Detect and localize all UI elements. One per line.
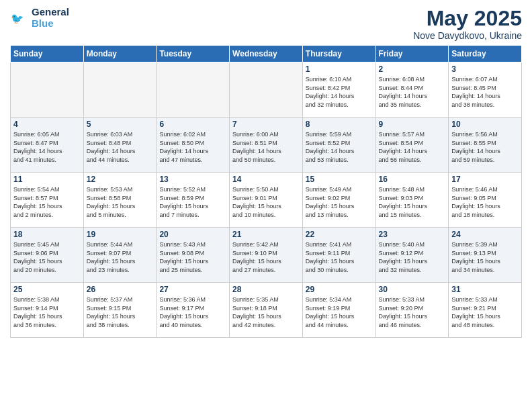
day-info: Sunrise: 6:08 AM Sunset: 8:44 PM Dayligh… [379, 75, 446, 109]
day-info: Sunrise: 6:02 AM Sunset: 8:50 PM Dayligh… [159, 130, 226, 164]
weekday-header-saturday: Saturday [449, 46, 522, 62]
day-number: 20 [159, 230, 226, 239]
weekday-header-tuesday: Tuesday [157, 46, 230, 62]
day-number: 15 [306, 175, 373, 184]
logo: 🐦 General Blue [10, 7, 69, 29]
day-info: Sunrise: 5:59 AM Sunset: 8:52 PM Dayligh… [306, 130, 373, 164]
calendar-cell: 10Sunrise: 5:56 AM Sunset: 8:55 PM Dayli… [449, 118, 522, 173]
day-info: Sunrise: 5:39 AM Sunset: 9:13 PM Dayligh… [451, 240, 519, 274]
weekday-header-row: SundayMondayTuesdayWednesdayThursdayFrid… [11, 46, 522, 62]
calendar-week-5: 25Sunrise: 5:38 AM Sunset: 9:14 PM Dayli… [11, 283, 522, 338]
day-number: 29 [306, 285, 373, 294]
day-info: Sunrise: 5:40 AM Sunset: 9:12 PM Dayligh… [379, 240, 446, 274]
calendar-week-3: 11Sunrise: 5:54 AM Sunset: 8:57 PM Dayli… [11, 173, 522, 228]
day-number: 26 [87, 285, 154, 294]
calendar-cell: 20Sunrise: 5:43 AM Sunset: 9:08 PM Dayli… [157, 228, 230, 283]
day-number: 28 [232, 285, 300, 294]
calendar-cell: 19Sunrise: 5:44 AM Sunset: 9:07 PM Dayli… [83, 228, 157, 283]
day-number: 18 [13, 230, 81, 239]
header: 🐦 General Blue May 2025 Nove Davydkovo, … [10, 7, 522, 41]
calendar-cell [11, 62, 84, 118]
day-info: Sunrise: 5:33 AM Sunset: 9:21 PM Dayligh… [451, 295, 519, 329]
day-info: Sunrise: 6:05 AM Sunset: 8:47 PM Dayligh… [13, 130, 81, 164]
title-block: May 2025 Nove Davydkovo, Ukraine [413, 7, 522, 41]
weekday-header-sunday: Sunday [11, 46, 84, 62]
day-number: 10 [451, 120, 519, 129]
day-info: Sunrise: 6:00 AM Sunset: 8:51 PM Dayligh… [232, 130, 300, 164]
day-number: 9 [379, 120, 446, 129]
day-number: 24 [451, 230, 519, 239]
calendar-cell: 7Sunrise: 6:00 AM Sunset: 8:51 PM Daylig… [230, 118, 303, 173]
calendar-cell: 2Sunrise: 6:08 AM Sunset: 8:44 PM Daylig… [375, 62, 449, 118]
svg-text:🐦: 🐦 [11, 11, 24, 24]
day-info: Sunrise: 6:07 AM Sunset: 8:45 PM Dayligh… [451, 75, 519, 109]
day-info: Sunrise: 5:37 AM Sunset: 9:15 PM Dayligh… [87, 295, 154, 329]
day-number: 1 [306, 64, 373, 74]
calendar-cell [230, 62, 303, 118]
day-info: Sunrise: 5:41 AM Sunset: 9:11 PM Dayligh… [306, 240, 373, 274]
day-number: 6 [159, 120, 226, 129]
day-info: Sunrise: 5:54 AM Sunset: 8:57 PM Dayligh… [13, 185, 81, 219]
calendar-cell: 13Sunrise: 5:52 AM Sunset: 8:59 PM Dayli… [157, 173, 230, 228]
calendar-cell: 12Sunrise: 5:53 AM Sunset: 8:58 PM Dayli… [83, 173, 157, 228]
subtitle: Nove Davydkovo, Ukraine [413, 30, 522, 41]
day-number: 14 [232, 175, 300, 184]
calendar-cell: 30Sunrise: 5:33 AM Sunset: 9:20 PM Dayli… [375, 283, 449, 338]
calendar-cell: 3Sunrise: 6:07 AM Sunset: 8:45 PM Daylig… [449, 62, 522, 118]
calendar-cell [83, 62, 157, 118]
calendar-cell: 1Sunrise: 6:10 AM Sunset: 8:42 PM Daylig… [302, 62, 375, 118]
day-number: 22 [306, 230, 373, 239]
calendar-cell: 26Sunrise: 5:37 AM Sunset: 9:15 PM Dayli… [83, 283, 157, 338]
day-info: Sunrise: 5:35 AM Sunset: 9:18 PM Dayligh… [232, 295, 300, 329]
calendar-week-2: 4Sunrise: 6:05 AM Sunset: 8:47 PM Daylig… [11, 118, 522, 173]
calendar-cell: 27Sunrise: 5:36 AM Sunset: 9:17 PM Dayli… [157, 283, 230, 338]
calendar-cell: 15Sunrise: 5:49 AM Sunset: 9:02 PM Dayli… [302, 173, 375, 228]
calendar-cell: 11Sunrise: 5:54 AM Sunset: 8:57 PM Dayli… [11, 173, 84, 228]
day-info: Sunrise: 5:50 AM Sunset: 9:01 PM Dayligh… [232, 185, 300, 219]
day-number: 13 [159, 175, 226, 184]
day-number: 17 [451, 175, 519, 184]
day-number: 11 [13, 175, 81, 184]
day-info: Sunrise: 5:44 AM Sunset: 9:07 PM Dayligh… [87, 240, 154, 274]
calendar-week-4: 18Sunrise: 5:45 AM Sunset: 9:06 PM Dayli… [11, 228, 522, 283]
day-number: 3 [451, 64, 519, 74]
day-info: Sunrise: 5:46 AM Sunset: 9:05 PM Dayligh… [451, 185, 519, 219]
calendar-cell: 9Sunrise: 5:57 AM Sunset: 8:54 PM Daylig… [375, 118, 449, 173]
day-info: Sunrise: 5:43 AM Sunset: 9:08 PM Dayligh… [159, 240, 226, 274]
day-number: 25 [13, 285, 81, 294]
weekday-header-thursday: Thursday [302, 46, 375, 62]
calendar-cell: 6Sunrise: 6:02 AM Sunset: 8:50 PM Daylig… [157, 118, 230, 173]
calendar-cell: 24Sunrise: 5:39 AM Sunset: 9:13 PM Dayli… [449, 228, 522, 283]
calendar-cell: 29Sunrise: 5:34 AM Sunset: 9:19 PM Dayli… [302, 283, 375, 338]
day-info: Sunrise: 6:03 AM Sunset: 8:48 PM Dayligh… [87, 130, 154, 164]
day-number: 16 [379, 175, 446, 184]
calendar-cell: 16Sunrise: 5:48 AM Sunset: 9:03 PM Dayli… [375, 173, 449, 228]
logo-icon: 🐦 [10, 9, 29, 28]
weekday-header-friday: Friday [375, 46, 449, 62]
day-number: 4 [13, 120, 81, 129]
calendar-cell: 22Sunrise: 5:41 AM Sunset: 9:11 PM Dayli… [302, 228, 375, 283]
day-info: Sunrise: 5:49 AM Sunset: 9:02 PM Dayligh… [306, 185, 373, 219]
day-info: Sunrise: 5:38 AM Sunset: 9:14 PM Dayligh… [13, 295, 81, 329]
day-number: 7 [232, 120, 300, 129]
calendar-cell: 8Sunrise: 5:59 AM Sunset: 8:52 PM Daylig… [302, 118, 375, 173]
weekday-header-monday: Monday [83, 46, 157, 62]
day-info: Sunrise: 5:34 AM Sunset: 9:19 PM Dayligh… [306, 295, 373, 329]
day-number: 30 [379, 285, 446, 294]
logo-text: General Blue [32, 7, 69, 29]
calendar-cell: 5Sunrise: 6:03 AM Sunset: 8:48 PM Daylig… [83, 118, 157, 173]
day-info: Sunrise: 6:10 AM Sunset: 8:42 PM Dayligh… [306, 75, 373, 109]
day-number: 27 [159, 285, 226, 294]
calendar-table: SundayMondayTuesdayWednesdayThursdayFrid… [10, 45, 522, 338]
day-number: 19 [87, 230, 154, 239]
day-number: 31 [451, 285, 519, 294]
day-info: Sunrise: 5:53 AM Sunset: 8:58 PM Dayligh… [87, 185, 154, 219]
calendar-cell: 23Sunrise: 5:40 AM Sunset: 9:12 PM Dayli… [375, 228, 449, 283]
page-container: 🐦 General Blue May 2025 Nove Davydkovo, … [0, 0, 532, 341]
day-info: Sunrise: 5:57 AM Sunset: 8:54 PM Dayligh… [379, 130, 446, 164]
calendar-cell: 21Sunrise: 5:42 AM Sunset: 9:10 PM Dayli… [230, 228, 303, 283]
calendar-cell: 31Sunrise: 5:33 AM Sunset: 9:21 PM Dayli… [449, 283, 522, 338]
day-number: 5 [87, 120, 154, 129]
calendar-cell: 28Sunrise: 5:35 AM Sunset: 9:18 PM Dayli… [230, 283, 303, 338]
day-info: Sunrise: 5:48 AM Sunset: 9:03 PM Dayligh… [379, 185, 446, 219]
